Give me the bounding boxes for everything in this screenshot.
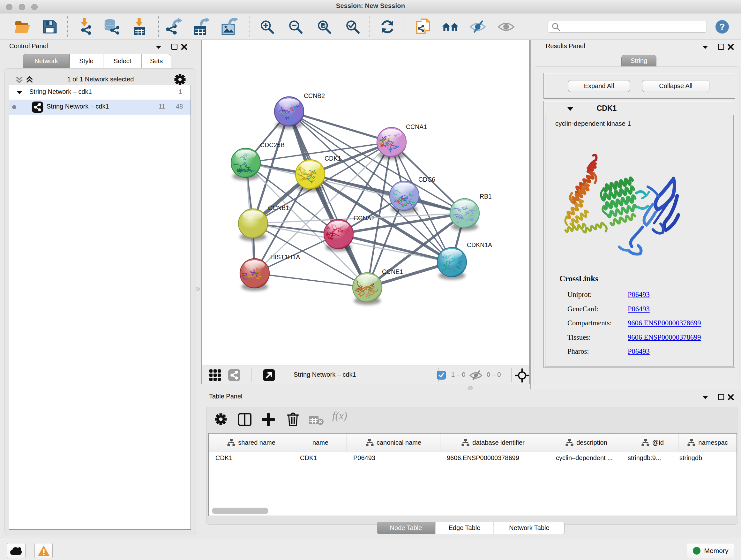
svg-text:HIST1H1A: HIST1H1A — [270, 253, 300, 260]
svg-text:CCNA2: CCNA2 — [354, 214, 375, 222]
svg-text:RB1: RB1 — [480, 193, 492, 200]
svg-text:CCNE1: CCNE1 — [382, 268, 403, 275]
svg-text:CCNB2: CCNB2 — [304, 92, 325, 99]
svg-text:CDC6: CDC6 — [418, 176, 435, 183]
svg-text:CCNB1: CCNB1 — [268, 204, 289, 211]
svg-text:CDKN1A: CDKN1A — [467, 241, 492, 248]
svg-text:CDK1: CDK1 — [325, 155, 341, 162]
svg-text:CDC25B: CDC25B — [260, 141, 285, 148]
svg-text:?: ? — [719, 22, 725, 32]
svg-text:CCNA1: CCNA1 — [406, 123, 427, 130]
